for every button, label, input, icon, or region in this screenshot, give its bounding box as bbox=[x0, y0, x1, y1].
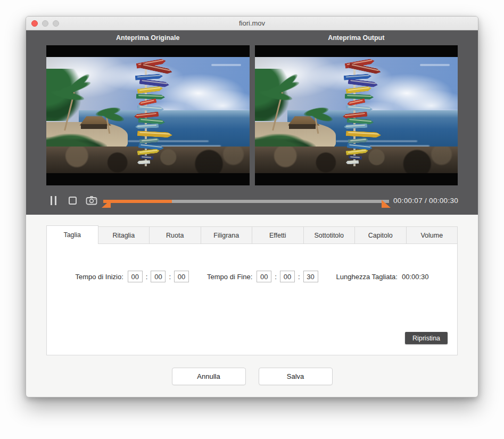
progress-slider[interactable] bbox=[103, 200, 389, 203]
tab-taglia[interactable]: Taglia bbox=[46, 225, 98, 244]
video-still bbox=[255, 57, 458, 173]
end-time-label: Tempo di Fine: bbox=[207, 273, 252, 281]
time-separator: : bbox=[169, 273, 171, 281]
time-separator: : bbox=[275, 273, 277, 281]
playback-controls: 00:00:07 / 00:00:30 bbox=[26, 185, 478, 215]
camera-icon bbox=[86, 196, 97, 205]
end-minutes-input[interactable] bbox=[280, 271, 295, 282]
direction-sign bbox=[137, 160, 150, 164]
trimmed-length-value: 00:00:30 bbox=[402, 273, 429, 281]
trim-end-handle[interactable] bbox=[382, 200, 391, 208]
cancel-button[interactable]: Annulla bbox=[172, 368, 246, 385]
hut-base bbox=[81, 124, 108, 129]
minimize-button[interactable] bbox=[42, 20, 48, 27]
app-window: fiori.mov Anteprima Originale Anteprima … bbox=[26, 16, 478, 397]
tab-effetti[interactable]: Effetti bbox=[252, 226, 304, 244]
4k-watermark bbox=[211, 63, 241, 66]
reset-button[interactable]: Ripristina bbox=[405, 332, 448, 344]
player-area: Anteprima Originale Anteprima Output bbox=[26, 30, 478, 215]
time-display: 00:00:07 / 00:00:30 bbox=[393, 197, 462, 205]
stop-button[interactable] bbox=[67, 195, 78, 206]
4k-watermark bbox=[420, 63, 450, 66]
tab-sottotitolo[interactable]: Sottotitolo bbox=[303, 226, 356, 244]
pause-icon bbox=[51, 196, 56, 205]
window-title: fiori.mov bbox=[239, 19, 265, 27]
progress-fill bbox=[103, 200, 172, 203]
output-video-preview bbox=[255, 45, 458, 185]
end-seconds-input[interactable] bbox=[303, 271, 318, 282]
tab-ruota[interactable]: Ruota bbox=[149, 226, 201, 244]
titlebar: fiori.mov bbox=[26, 17, 478, 30]
end-hours-input[interactable] bbox=[257, 271, 271, 282]
stop-icon bbox=[69, 197, 77, 205]
original-preview-label: Anteprima Originale bbox=[46, 34, 250, 42]
tab-capitolo[interactable]: Capitolo bbox=[354, 226, 407, 244]
watermark-subtext bbox=[420, 64, 450, 66]
time-separator: : bbox=[146, 273, 148, 281]
save-button[interactable]: Salva bbox=[259, 368, 333, 385]
snapshot-button[interactable] bbox=[86, 195, 97, 206]
video-still bbox=[46, 57, 250, 173]
start-seconds-input[interactable] bbox=[174, 271, 189, 282]
close-button[interactable] bbox=[31, 20, 38, 27]
watermark-subtext bbox=[211, 64, 241, 66]
zoom-button[interactable] bbox=[53, 20, 59, 27]
pause-button[interactable] bbox=[47, 195, 59, 206]
hut-base bbox=[289, 124, 316, 129]
output-preview-label: Anteprima Output bbox=[255, 34, 458, 42]
tab-filigrana[interactable]: Filigrana bbox=[201, 226, 253, 244]
traffic-lights bbox=[31, 17, 59, 30]
start-hours-input[interactable] bbox=[128, 271, 143, 282]
start-minutes-input[interactable] bbox=[151, 271, 166, 282]
tab-ritaglia[interactable]: Ritaglia bbox=[98, 226, 150, 244]
original-video-preview bbox=[46, 45, 250, 185]
trim-panel: Tempo di Inizio: : : Tempo di Fine: : : … bbox=[46, 243, 458, 355]
time-separator: : bbox=[298, 273, 300, 281]
tab-volume[interactable]: Volume bbox=[406, 226, 458, 244]
edit-tabs: Taglia Ritaglia Ruota Filigrana Effetti … bbox=[46, 225, 458, 244]
trimmed-length-label: Lunghezza Tagliata: bbox=[336, 273, 398, 281]
start-time-label: Tempo di Inizio: bbox=[75, 273, 123, 281]
